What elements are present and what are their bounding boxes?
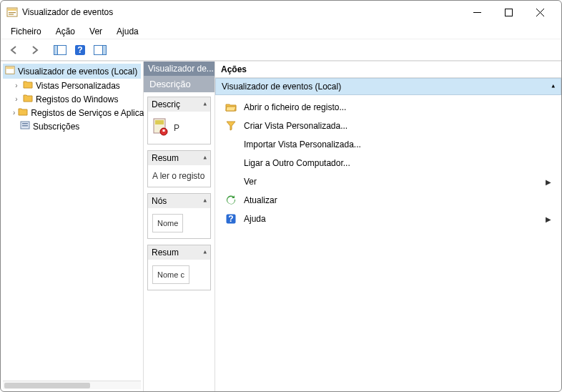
tree-item-app-service-logs[interactable]: › Registos de Serviços e Aplicações [3,106,141,119]
blank-icon [225,157,237,169]
tree-item-label: Registos do Windows [36,94,118,104]
menu-help[interactable]: Ajuda [109,25,146,38]
svg-rect-4 [473,12,481,13]
action-import-custom-view[interactable]: Importar Vista Personalizada... [215,135,561,154]
tree-item-custom-views[interactable]: › Vistas Personalizadas [3,79,141,92]
folder-icon [23,80,33,91]
tree-root-label: Visualizador de eventos (Local) [18,67,137,77]
svg-rect-2 [9,12,16,13]
tree-item-label: Registos de Serviços e Aplicações [31,108,162,118]
action-create-custom-view[interactable]: Criar Vista Personalizada... [215,117,561,135]
actions-list: Abrir o ficheiro de registo... Criar Vis… [215,95,561,231]
action-label: Importar Vista Personalizada... [244,139,361,150]
svg-rect-20 [155,120,164,124]
log-summary-card: Resum ▾ Nome c [147,245,211,290]
card-text: P [174,123,179,133]
svg-rect-5 [505,9,512,16]
expand-icon[interactable]: › [13,82,20,89]
tree-item-windows-logs[interactable]: › Registos do Windows [3,92,141,106]
filter-icon [225,120,237,132]
collapse-icon: ▾ [203,155,207,162]
app-icon [6,6,18,18]
menu-view[interactable]: Ver [82,25,109,38]
navigation-tree: Visualizador de eventos (Local) › Vistas… [1,62,144,391]
action-refresh[interactable]: Atualizar [215,191,561,210]
submenu-arrow-icon: ▶ [546,178,551,186]
toolbar: ? [1,39,561,61]
minimize-button[interactable] [461,3,493,21]
nodes-card: Nós ▾ Nome [147,193,211,239]
action-open-saved-log[interactable]: Abrir o ficheiro de registo... [215,98,561,117]
expand-icon[interactable]: › [13,96,20,103]
detail-body: Descriç ▾ P Resum ▾ A ler o registo [144,92,215,391]
tree-item-label: Subscrições [33,122,79,132]
card-header[interactable]: Nós ▾ [148,194,210,208]
tree-item-label: Vistas Personalizadas [36,81,120,91]
svg-rect-15 [6,67,14,69]
column-header[interactable]: Nome c [152,265,189,284]
svg-text:?: ? [228,214,233,224]
collapse-icon: ▾ [203,249,207,256]
forward-button[interactable] [25,41,44,59]
svg-rect-9 [54,45,58,54]
help-button[interactable]: ? [71,41,89,59]
card-title: Resum [152,153,179,163]
horizontal-scrollbar[interactable] [3,381,141,389]
action-label: Abrir o ficheiro de registo... [244,102,346,112]
overview-description-card: Descriç ▾ P [147,97,211,144]
back-button[interactable] [5,41,24,59]
submenu-arrow-icon: ▶ [546,215,551,223]
summary-card: Resum ▾ A ler o registo [147,150,211,187]
show-hide-action-pane-button[interactable] [91,41,109,59]
folder-icon [23,94,33,104]
blank-icon [225,139,237,150]
blank-icon [225,176,237,187]
close-button[interactable] [524,3,556,21]
menu-action[interactable]: Ação [49,25,82,38]
detail-header: Descrição [144,76,215,92]
menu-file[interactable]: Ficheiro [4,25,49,38]
svg-rect-18 [22,125,28,127]
action-label: Ver [244,177,257,187]
actions-pane-title: Ações [215,62,561,78]
tree-root[interactable]: Visualizador de eventos (Local) [3,64,141,79]
svg-rect-17 [22,123,28,124]
maximize-button[interactable] [493,3,524,21]
event-viewer-icon [5,65,15,77]
action-label: Atualizar [244,195,277,205]
menu-bar: Ficheiro Ação Ver Ajuda [1,24,561,39]
collapse-icon: ▾ [551,83,555,90]
svg-rect-13 [103,45,107,54]
action-connect-computer[interactable]: Ligar a Outro Computador... [215,154,561,172]
detail-pane: Visualizador de... Descrição Descriç ▾ P… [144,62,215,391]
card-header[interactable]: Resum ▾ [148,245,210,260]
folder-open-icon [225,102,237,113]
folder-icon [18,107,28,118]
help-icon: ? [225,213,237,225]
card-title: Descriç [152,99,180,109]
subscriptions-icon [20,121,30,132]
column-header[interactable]: Nome [152,214,183,232]
book-icon [152,117,169,138]
svg-rect-1 [8,9,16,11]
svg-rect-3 [9,14,14,15]
expand-icon[interactable]: › [13,109,15,117]
action-help-submenu[interactable]: ? Ajuda ▶ [215,210,561,228]
tree-item-subscriptions[interactable]: Subscrições [3,119,141,133]
svg-rect-22 [163,129,165,132]
svg-text:?: ? [77,45,82,55]
action-view-submenu[interactable]: Ver ▶ [215,172,561,191]
collapse-icon: ▾ [203,101,207,108]
show-hide-tree-button[interactable] [51,41,69,59]
card-header[interactable]: Descriç ▾ [148,97,210,112]
actions-context-header[interactable]: Visualizador de eventos (Local) ▾ [215,78,561,95]
card-header[interactable]: Resum ▾ [148,151,210,165]
action-label: Ligar a Outro Computador... [244,158,350,168]
title-bar: Visualizador de eventos [1,1,561,24]
actions-context-label: Visualizador de eventos (Local) [222,82,341,92]
collapse-icon: ▾ [203,197,207,205]
card-title: Nós [152,196,167,206]
main-area: Visualizador de eventos (Local) › Vistas… [1,61,561,391]
refresh-icon [225,195,237,206]
detail-tab[interactable]: Visualizador de... [144,62,215,76]
